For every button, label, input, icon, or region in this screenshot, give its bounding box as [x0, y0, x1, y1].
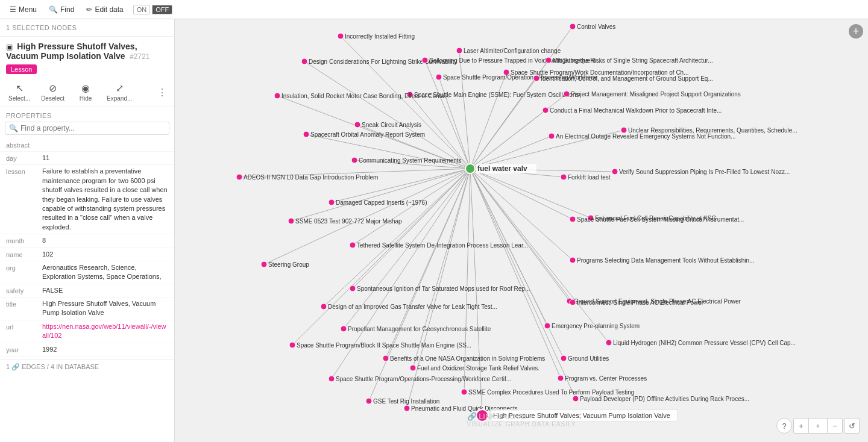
- edit-data-label: Edit data: [95, 5, 123, 14]
- lesson-badge[interactable]: Lesson: [6, 64, 37, 74]
- graph-node[interactable]: ADEOS-II NGN L0 Data Gap Introduction Pr…: [236, 174, 378, 181]
- zoom-reset-button[interactable]: +: [809, 418, 827, 434]
- property-value: 1992: [42, 345, 168, 354]
- node-label: Payload Developer (PD) Offline Activitie…: [580, 396, 749, 402]
- node-label: Steering Group: [268, 261, 309, 268]
- graph-area[interactable]: Control ValvesIncorrectly Installed Fitt…: [175, 19, 868, 442]
- graph-edge: [470, 169, 573, 302]
- property-value[interactable]: https://nen.nasa.gov/web/11/viewall/-/vi…: [42, 322, 168, 341]
- edge-count: 1 🔗 EDGES / 4 IN DATABASE: [0, 359, 174, 375]
- graph-node[interactable]: Control Valves: [570, 23, 615, 30]
- svg-point-39: [329, 376, 335, 382]
- graph-node[interactable]: Mitigating the Risks of Single String Sp…: [546, 57, 713, 64]
- graph-node[interactable]: Identification, Control, and Management …: [533, 75, 713, 82]
- graph-node[interactable]: Tethered Satellite System De-Integration…: [350, 242, 528, 249]
- deselect-icon: ⊘: [49, 82, 57, 94]
- property-key: year: [6, 345, 42, 353]
- svg-point-30: [570, 299, 576, 305]
- refresh-button[interactable]: ↺: [844, 418, 860, 434]
- property-key: lesson: [6, 167, 42, 175]
- graph-node[interactable]: Space Shuttle Program/Operations-Process…: [329, 376, 511, 382]
- node-label: Laser Altimiter/Configuration change: [464, 48, 561, 54]
- zoom-in-button[interactable]: +: [793, 418, 809, 434]
- svg-point-33: [544, 323, 550, 329]
- graph-node[interactable]: Spontaneous Ignition of Tar Saturated Mo…: [350, 285, 530, 292]
- property-row: lessonFailure to establish a preventativ…: [0, 165, 174, 234]
- expand-label: Expand...: [107, 95, 132, 102]
- svg-point-18: [561, 174, 567, 180]
- graph-node[interactable]: Project Management: Misaligned Project S…: [564, 91, 741, 98]
- graph-node[interactable]: Program vs. Center Processes: [558, 375, 647, 382]
- node-label: Ground Utilities: [568, 355, 609, 362]
- graph-node[interactable]: Liquid Hydrogen (NIH2) Common Pressure V…: [606, 340, 796, 346]
- menu-button[interactable]: ☰ Menu: [5, 4, 42, 16]
- graph-node[interactable]: Damaged Capped Inserts (~1976): [329, 199, 427, 206]
- graph-node[interactable]: Spacecraft Orbital Anomaly Report System: [303, 131, 425, 138]
- toggle-off-button[interactable]: OFF: [152, 5, 172, 14]
- help-button[interactable]: ?: [776, 418, 792, 434]
- graph-add-button[interactable]: +: [849, 24, 863, 39]
- menu-label: Menu: [19, 5, 37, 14]
- toggle-on-button[interactable]: ON: [133, 5, 151, 14]
- graph-node[interactable]: Conduct a Final Mechanical Walkdown Prio…: [542, 107, 722, 114]
- graph-node[interactable]: Design of an Improved Gas Transfer Valve…: [321, 303, 497, 310]
- graph-node[interactable]: Fuel and Oxidizer Storage Tank Relief Va…: [410, 365, 539, 372]
- highlight-node-label: High Pressure Shutoff Valves; Vacuum Pum…: [493, 412, 670, 419]
- select-button[interactable]: ↖ Select...: [4, 80, 35, 104]
- graph-node[interactable]: Steering Group: [261, 261, 309, 268]
- graph-edge: [459, 51, 470, 169]
- node-label: Incorrectly Installed Fitting: [345, 33, 415, 40]
- graph-node[interactable]: Benefits of a One NASA Organization in S…: [383, 355, 545, 362]
- graph-node[interactable]: GSE Test Rig Installation: [366, 398, 439, 405]
- graph-node[interactable]: Sneak Circuit Analysis: [354, 122, 421, 128]
- graph-node[interactable]: Communicating System Requirements: [351, 157, 462, 164]
- expand-button[interactable]: ⤢ Expand...: [102, 80, 137, 104]
- graph-edge: [341, 36, 470, 169]
- graph-node[interactable]: Incorrectly Installed Fitting: [338, 33, 415, 40]
- svg-point-34: [606, 340, 612, 346]
- property-key: abstract: [6, 140, 42, 149]
- deselect-button[interactable]: ⊘ Deselect: [36, 80, 69, 104]
- graph-node[interactable]: Interconnect, Single Phase AC Electrical…: [570, 299, 704, 306]
- svg-point-15: [303, 131, 309, 137]
- graph-node[interactable]: Space Shuttle Fuel Cell System Missing C…: [570, 216, 744, 223]
- graph-node[interactable]: Space Shuttle Program/Block II Space Shu…: [289, 342, 471, 349]
- graph-node[interactable]: Ground Utilities: [561, 355, 609, 362]
- highlight-node[interactable]: High Pressure Shutoff Valves; Vacuum Pum…: [476, 409, 678, 422]
- zoom-out-button[interactable]: −: [827, 418, 843, 434]
- graph-node[interactable]: Forklift load test: [561, 174, 611, 181]
- graph-node[interactable]: Insulation, Solid Rocket Motor Case Bond…: [274, 93, 449, 99]
- edit-icon: ✏: [86, 5, 92, 14]
- graph-edge: [470, 72, 506, 169]
- svg-point-23: [329, 199, 335, 205]
- graph-node[interactable]: Programs Selecting Data Management Tools…: [570, 257, 754, 264]
- svg-point-10: [274, 93, 280, 99]
- graph-node[interactable]: SSME Complex Procedures Used To Perform …: [461, 389, 634, 396]
- graph-node[interactable]: Emergency Pre-planning System: [544, 323, 640, 329]
- graph-node[interactable]: An Electrical Outage Revealed Emergency …: [549, 133, 735, 140]
- node-label: Sneak Circuit Analysis: [362, 122, 421, 128]
- graph-node[interactable]: Propellant Management for Geosynchronous…: [341, 326, 491, 332]
- graph-node[interactable]: Verify Sound Suppression Piping Is Pre-F…: [612, 169, 790, 175]
- svg-point-37: [561, 355, 567, 361]
- edit-data-button[interactable]: ✏ Edit data: [81, 4, 128, 16]
- property-row: orgAeronautics Research, Science, Explor…: [0, 261, 174, 284]
- more-button[interactable]: ⋮: [154, 84, 171, 101]
- svg-point-22: [570, 216, 576, 222]
- property-value: High Pressure Shutoff Valves, Vacuum Pum…: [42, 299, 168, 318]
- svg-point-1: [338, 33, 344, 39]
- property-search[interactable]: 🔍: [5, 122, 169, 135]
- hide-button[interactable]: ◉ Hide: [71, 80, 101, 104]
- node-type-icon: ▣: [6, 43, 13, 51]
- property-search-input[interactable]: [20, 124, 165, 132]
- find-button[interactable]: 🔍 Find: [44, 4, 79, 16]
- graph-node[interactable]: Laser Altimiter/Configuration change: [456, 48, 561, 54]
- graph-node[interactable]: Payload Developer (PD) Offline Activitie…: [573, 396, 749, 402]
- menu-icon: ☰: [10, 5, 16, 14]
- svg-point-31: [321, 303, 327, 310]
- svg-point-35: [289, 342, 295, 348]
- svg-point-44: [404, 405, 410, 411]
- graph-node[interactable]: SSME 0523 Test 902-772 Major Mishap: [288, 218, 402, 225]
- expand-icon: ⤢: [116, 82, 124, 94]
- node-label: Program vs. Center Processes: [565, 375, 647, 382]
